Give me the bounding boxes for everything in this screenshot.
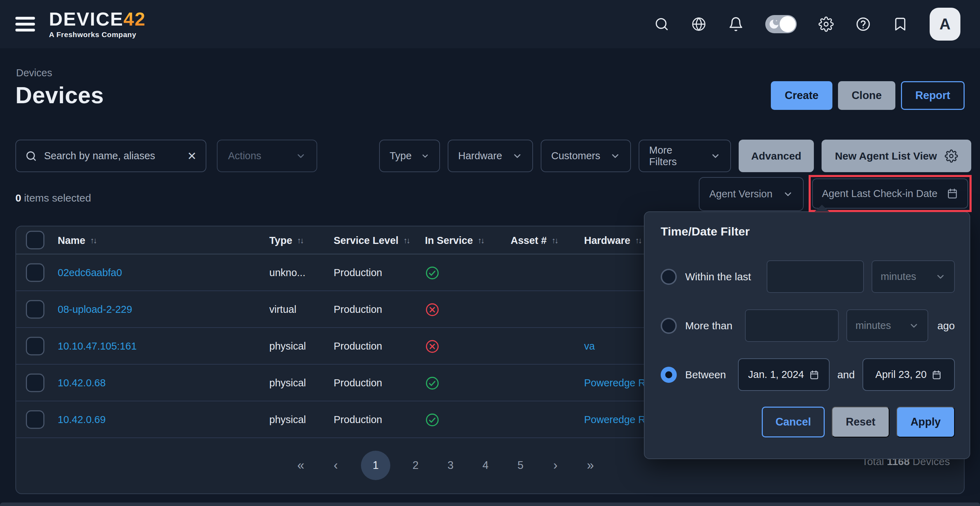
and-label: and [837, 369, 855, 381]
more-than-unit-dropdown[interactable]: minutes [846, 309, 928, 342]
column-header-hardware[interactable]: Hardware↑↓ [584, 227, 641, 254]
bookmark-icon[interactable] [892, 16, 908, 32]
actions-dropdown[interactable]: Actions [217, 140, 317, 172]
within-last-value-input[interactable] [767, 260, 864, 293]
menu-icon[interactable] [15, 17, 35, 32]
clear-search-icon[interactable]: ✕ [187, 149, 197, 163]
hardware-link[interactable]: va [584, 328, 595, 365]
column-header-asset[interactable]: Asset #↑↓ [511, 227, 557, 254]
column-label: Hardware [584, 235, 630, 246]
pagination-previous[interactable]: ‹ [326, 458, 345, 473]
service-level-cell: Production [334, 401, 382, 438]
between-radio[interactable] [661, 367, 677, 383]
pagination-page-2[interactable]: 2 [406, 459, 425, 472]
pagination-page-4[interactable]: 4 [476, 459, 495, 472]
clone-button[interactable]: Clone [838, 81, 896, 110]
row-checkbox[interactable] [26, 374, 45, 392]
calendar-icon [947, 188, 958, 200]
column-header-service-level[interactable]: Service Level↑↓ [334, 227, 409, 254]
search-input[interactable]: Search by name, aliases ✕ [15, 140, 206, 172]
customers-filter-dropdown[interactable]: Customers [541, 140, 631, 172]
agent-last-checkin-date-button[interactable]: Agent Last Check-in Date [812, 179, 968, 209]
page-title: Devices [15, 82, 104, 109]
column-header-name[interactable]: Name↑↓ [58, 227, 96, 254]
sort-icon[interactable]: ↑↓ [478, 236, 484, 245]
chevron-down-icon [710, 151, 721, 161]
hardware-filter-dropdown[interactable]: Hardware [448, 140, 533, 172]
globe-icon[interactable] [691, 16, 706, 32]
pagination-page-5[interactable]: 5 [511, 459, 530, 472]
toggle-knob [780, 16, 796, 32]
theme-toggle[interactable] [765, 15, 797, 33]
service-level-cell: Production [334, 328, 382, 365]
row-checkbox[interactable] [26, 263, 45, 282]
brand-logo[interactable]: DEVICE42 A Freshworks Company [49, 10, 146, 39]
breadcrumb[interactable]: Devices [16, 67, 52, 79]
pagination-last[interactable]: » [581, 458, 600, 473]
select-all-checkbox[interactable] [26, 231, 45, 249]
settings-gear-icon[interactable] [818, 16, 834, 32]
row-checkbox[interactable] [26, 410, 45, 429]
type-filter-dropdown[interactable]: Type [379, 140, 440, 172]
notifications-bell-icon[interactable] [728, 16, 744, 32]
type-cell: physical [269, 365, 306, 401]
column-label: Type [269, 235, 293, 246]
within-last-radio[interactable] [661, 269, 677, 285]
chevron-down-icon [512, 151, 522, 161]
hardware-link[interactable]: Poweredge R [584, 401, 646, 438]
row-checkbox[interactable] [26, 337, 45, 355]
report-button[interactable]: Report [901, 81, 965, 110]
column-label: Asset # [511, 235, 547, 246]
reset-button[interactable]: Reset [832, 407, 889, 437]
ago-label: ago [937, 320, 955, 332]
more-than-radio[interactable] [661, 318, 677, 334]
annotation-red-box: Agent Last Check-in Date [809, 175, 972, 212]
create-button[interactable]: Create [771, 81, 832, 110]
pagination: «‹12345›» [291, 451, 600, 480]
more-than-value-input[interactable] [745, 309, 839, 342]
chevron-down-icon [908, 321, 919, 331]
actions-dropdown-label: Actions [228, 150, 261, 162]
help-icon[interactable] [856, 16, 871, 32]
advanced-button[interactable]: Advanced [739, 140, 814, 172]
column-header-in-service[interactable]: In Service↑↓ [425, 227, 484, 254]
sort-icon[interactable]: ↑↓ [552, 236, 557, 245]
sort-icon[interactable]: ↑↓ [403, 236, 409, 245]
pagination-page-1[interactable]: 1 [361, 451, 390, 480]
sort-icon[interactable]: ↑↓ [635, 236, 641, 245]
device-name-link[interactable]: 10.42.0.69 [58, 401, 106, 438]
within-last-label: Within the last [685, 271, 751, 283]
start-date-field[interactable]: Jan. 1, 2024 [738, 358, 830, 391]
brand-name: DEVICE42 [49, 10, 146, 28]
row-checkbox[interactable] [26, 300, 45, 318]
pagination-next[interactable]: › [546, 458, 565, 473]
chevron-down-icon [935, 271, 946, 282]
cancel-button[interactable]: Cancel [762, 407, 825, 437]
search-icon[interactable] [654, 16, 670, 32]
apply-button[interactable]: Apply [896, 407, 955, 437]
sort-icon[interactable]: ↑↓ [297, 236, 303, 245]
column-header-type[interactable]: Type↑↓ [269, 227, 303, 254]
pagination-page-3[interactable]: 3 [441, 459, 460, 472]
top-navbar: DEVICE42 A Freshworks Company A [0, 0, 980, 48]
type-cell: virtual [269, 291, 296, 328]
agent-version-dropdown[interactable]: Agent Version [699, 177, 804, 211]
sort-icon[interactable]: ↑↓ [90, 236, 96, 245]
device-name-link[interactable]: 08-upload-2-229 [58, 291, 132, 328]
more-than-option-row: More than minutes ago [661, 309, 955, 342]
device-name-link[interactable]: 10.10.47.105:161 [58, 328, 137, 365]
device-name-link[interactable]: 10.42.0.68 [58, 365, 106, 401]
end-date-field[interactable]: April 23, 20 [862, 358, 955, 391]
hardware-link[interactable]: Poweredge R [584, 365, 646, 401]
within-last-unit-dropdown[interactable]: minutes [872, 260, 955, 293]
in-service-no-icon [425, 291, 440, 328]
gear-icon [945, 149, 958, 163]
more-filters-dropdown[interactable]: More Filters [639, 140, 731, 172]
chevron-down-icon [610, 151, 620, 161]
new-agent-list-view-button[interactable]: New Agent List View [822, 140, 971, 172]
column-label: In Service [425, 235, 473, 246]
in-service-no-icon [425, 328, 440, 365]
pagination-first[interactable]: « [291, 458, 310, 473]
user-avatar[interactable]: A [930, 8, 961, 41]
device-name-link[interactable]: 02edc6aabfa0 [58, 254, 122, 291]
